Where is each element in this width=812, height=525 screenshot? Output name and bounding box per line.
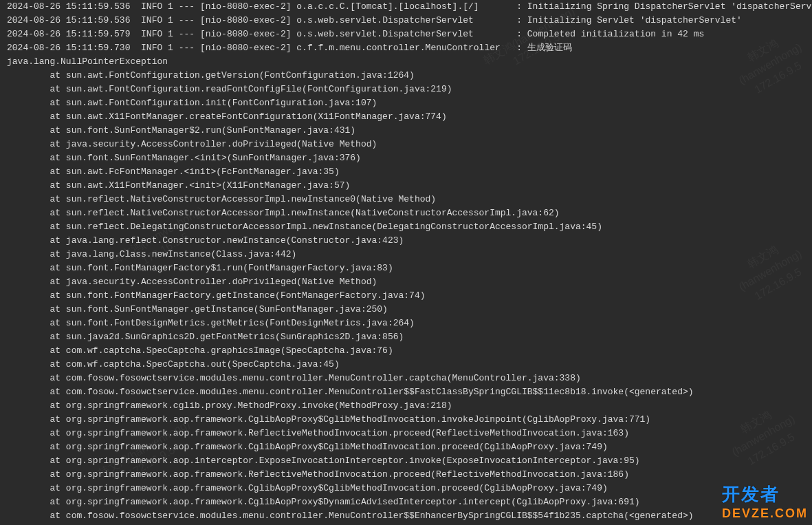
log-level: INFO <box>141 1 162 12</box>
stack-frame: at sun.java2d.SunGraphics2D.getFontMetri… <box>7 330 809 344</box>
stack-frame: at sun.font.FontManagerFactory.getInstan… <box>7 289 809 303</box>
log-message: Completed initialization in 42 ms <box>527 29 704 39</box>
log-logger: o.a.c.c.C.[Tomcat].[localhost].[/] <box>296 1 505 12</box>
log-message: Initializing Spring DispatcherServlet 'd… <box>527 1 812 12</box>
stack-frame: at sun.reflect.DelegatingConstructorAcce… <box>7 220 809 234</box>
stack-frame: at org.springframework.aop.framework.Ref… <box>7 468 809 482</box>
log-logger: c.f.f.m.menu.controller.MenuController <box>296 43 505 53</box>
stack-frame: at sun.awt.FontConfiguration.init(FontCo… <box>7 96 809 110</box>
stack-frame: at sun.awt.FontConfiguration.readFontCon… <box>7 83 809 96</box>
log-line: 2024-08-26 15:11:59.579 INFO 1 --- [nio-… <box>7 28 809 41</box>
stack-frame: at sun.font.SunFontManager$2.run(SunFont… <box>7 124 809 138</box>
log-thread: [nio-8080-exec-2] <box>200 29 292 39</box>
log-pid: 1 <box>168 43 173 53</box>
stack-frame: at sun.font.FontDesignMetrics.getMetrics… <box>7 317 809 330</box>
stack-frame: at org.springframework.aop.framework.Cgl… <box>7 440 809 454</box>
log-console[interactable]: 2024-08-26 15:11:59.536 INFO 1 --- [nio-… <box>0 0 812 525</box>
stack-frame: at com.fosow.fosowctservice.modules.menu… <box>7 385 809 399</box>
log-level: INFO <box>141 15 162 25</box>
log-thread: [nio-8080-exec-2] <box>200 15 292 25</box>
stack-frame: at sun.awt.X11FontManager.<init>(X11Font… <box>7 179 809 193</box>
stack-frame: at org.springframework.aop.framework.Cgl… <box>7 495 809 509</box>
stack-frame: at org.springframework.aop.interceptor.E… <box>7 454 809 468</box>
stack-frame: at sun.font.SunFontManager.getInstance(S… <box>7 303 809 317</box>
log-logger: o.s.web.servlet.DispatcherServlet <box>296 15 505 25</box>
log-timestamp: 2024-08-26 15:11:59.536 <box>7 1 130 12</box>
exception-header: java.lang.NullPointerException <box>7 55 809 69</box>
log-line: 2024-08-26 15:11:59.536 INFO 1 --- [nio-… <box>7 0 809 14</box>
log-line: 2024-08-26 15:11:59.730 INFO 1 --- [nio-… <box>7 41 809 55</box>
stack-frame: at java.security.AccessController.doPriv… <box>7 275 809 289</box>
log-timestamp: 2024-08-26 15:11:59.536 <box>7 15 130 25</box>
stack-frame: at org.springframework.aop.framework.Cgl… <box>7 413 809 427</box>
stack-frame: at sun.awt.FontConfiguration.getVersion(… <box>7 69 809 83</box>
stack-frame: at sun.awt.FcFontManager.<init>(FcFontMa… <box>7 165 809 179</box>
stack-frame: at sun.reflect.NativeConstructorAccessor… <box>7 206 809 220</box>
log-level: INFO <box>141 29 162 39</box>
stack-frame: at com.wf.captcha.SpecCaptcha.out(SpecCa… <box>7 358 809 372</box>
stack-frame: at java.security.AccessController.doPriv… <box>7 138 809 151</box>
stack-frame: at java.lang.Class.newInstance(Class.jav… <box>7 248 809 261</box>
stack-frame: at sun.font.FontManagerFactory$1.run(Fon… <box>7 261 809 275</box>
log-logger: o.s.web.servlet.DispatcherServlet <box>296 29 505 39</box>
stack-frame: at com.fosow.fosowctservice.modules.menu… <box>7 509 809 523</box>
stack-frame: at com.wf.captcha.SpecCaptcha.graphicsIm… <box>7 344 809 358</box>
log-thread: [nio-8080-exec-2] <box>200 43 292 53</box>
stack-frame: at org.springframework.aop.framework.Cgl… <box>7 482 809 495</box>
stack-frame: at org.springframework.aop.framework.Ref… <box>7 427 809 440</box>
stack-frame: at sun.reflect.NativeConstructorAccessor… <box>7 193 809 206</box>
log-message: 生成验证码 <box>527 43 572 53</box>
log-pid: 1 <box>168 29 173 39</box>
log-pid: 1 <box>168 1 173 12</box>
log-level: INFO <box>141 43 162 53</box>
stack-frame: at org.springframework.cglib.proxy.Metho… <box>7 399 809 413</box>
log-timestamp: 2024-08-26 15:11:59.579 <box>7 29 130 39</box>
log-pid: 1 <box>168 15 173 25</box>
stack-frame: at sun.awt.X11FontManager.createFontConf… <box>7 110 809 124</box>
log-line: 2024-08-26 15:11:59.536 INFO 1 --- [nio-… <box>7 14 809 28</box>
log-timestamp: 2024-08-26 15:11:59.730 <box>7 43 130 53</box>
log-message: Initializing Servlet 'dispatcherServlet' <box>527 15 742 25</box>
log-thread: [nio-8080-exec-2] <box>200 1 292 12</box>
stack-frame: at sun.font.SunFontManager.<init>(SunFon… <box>7 151 809 165</box>
stack-frame: at com.fosow.fosowctservice.modules.menu… <box>7 372 809 385</box>
stack-frame: at java.lang.reflect.Constructor.newInst… <box>7 234 809 248</box>
